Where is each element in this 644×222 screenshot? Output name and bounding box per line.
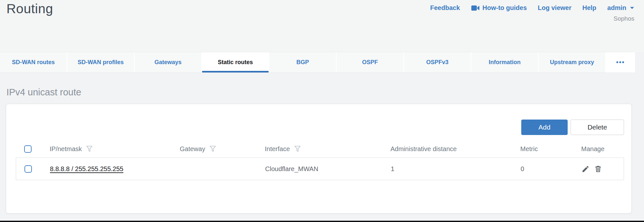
row-admin-distance-cell: 1 xyxy=(391,165,521,173)
user-menu[interactable]: admin xyxy=(607,4,634,12)
log-viewer-link[interactable]: Log viewer xyxy=(538,4,571,12)
tab-ospfv3[interactable]: OSPFv3 xyxy=(404,52,471,72)
page-title: Routing xyxy=(6,1,53,16)
top-navigation: Feedback How-to guides Log viewer Help a… xyxy=(430,4,634,12)
routing-tabbar: SD-WAN routes SD-WAN profiles Gateways S… xyxy=(0,52,632,73)
delete-button[interactable]: Delete xyxy=(571,120,624,135)
section-heading: IPv4 unicast route xyxy=(6,87,81,98)
column-header-gateway: Gateway xyxy=(180,145,265,153)
feedback-link[interactable]: Feedback xyxy=(430,4,460,12)
column-header-admin-distance: Administrative distance xyxy=(390,145,520,153)
column-header-metric: Metric xyxy=(520,145,573,153)
tab-ospf[interactable]: OSPF xyxy=(337,52,403,72)
filter-funnel-icon[interactable] xyxy=(209,145,216,152)
column-header-manage: Manage xyxy=(573,145,624,153)
row-ip-netmask-cell: 8.8.8.8 / 255.255.255.255 xyxy=(50,165,180,173)
table-header-row: IP/netmask Gateway Interface xyxy=(16,140,624,158)
page-header: Routing Feedback How-to guides Log viewe… xyxy=(0,0,644,52)
edit-pencil-icon[interactable] xyxy=(582,165,590,173)
column-header-ip-netmask: IP/netmask xyxy=(50,145,180,153)
video-camera-icon xyxy=(471,5,480,11)
chevron-down-icon xyxy=(629,6,634,9)
howto-guides-link[interactable]: How-to guides xyxy=(471,4,527,12)
tab-information[interactable]: Information xyxy=(471,52,538,72)
tab-sd-wan-profiles[interactable]: SD-WAN profiles xyxy=(67,52,134,72)
header-checkbox-cell xyxy=(16,145,50,153)
row-checkbox-cell xyxy=(16,165,50,173)
tab-static-routes[interactable]: Static routes xyxy=(202,52,269,72)
delete-trash-icon[interactable] xyxy=(594,165,602,173)
tab-upstream-proxy[interactable]: Upstream proxy xyxy=(539,52,605,72)
screen-bottom-edge xyxy=(0,221,644,222)
tab-bgp[interactable]: BGP xyxy=(269,52,336,72)
select-all-checkbox[interactable] xyxy=(24,145,32,153)
table-row: 8.8.8.8 / 255.255.255.255 Cloudflare_MWA… xyxy=(16,158,624,180)
table-toolbar: Add Delete xyxy=(16,120,624,135)
brand-label: Sophos xyxy=(614,15,634,22)
row-manage-cell xyxy=(573,165,624,173)
column-header-interface: Interface xyxy=(265,145,390,153)
filter-funnel-icon[interactable] xyxy=(86,145,93,152)
tab-sd-wan-routes[interactable]: SD-WAN routes xyxy=(0,52,67,72)
tab-gateways[interactable]: Gateways xyxy=(135,52,201,72)
row-metric-cell: 0 xyxy=(521,165,573,173)
tab-overflow-ellipsis[interactable]: ••• xyxy=(606,52,635,72)
route-link[interactable]: 8.8.8.8 / 255.255.255.255 xyxy=(50,165,123,172)
static-routes-card: Add Delete IP/netmask Gateway Interface xyxy=(6,104,632,214)
filter-funnel-icon[interactable] xyxy=(294,145,301,152)
row-checkbox[interactable] xyxy=(24,165,32,173)
row-interface-cell: Cloudflare_MWAN xyxy=(265,165,391,173)
help-link[interactable]: Help xyxy=(582,4,596,12)
add-button[interactable]: Add xyxy=(521,120,568,135)
